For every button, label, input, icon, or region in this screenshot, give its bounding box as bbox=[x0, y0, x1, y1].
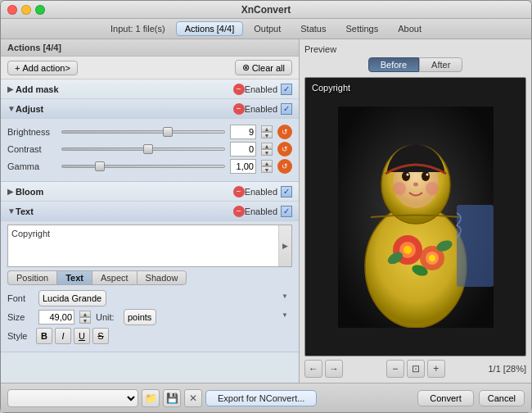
tab-actions[interactable]: Actions [4/4] bbox=[176, 21, 244, 36]
font-row: Font Lucida Grande bbox=[7, 290, 292, 306]
close-button[interactable] bbox=[7, 5, 17, 15]
style-underline-button[interactable]: U bbox=[74, 328, 90, 344]
brightness-slider[interactable] bbox=[61, 130, 225, 134]
gamma-stepper[interactable]: ▲ ▼ bbox=[261, 160, 273, 173]
size-up[interactable]: ▲ bbox=[79, 311, 91, 317]
action-row-adjust: ▼ Adjust − Enabled bbox=[1, 99, 299, 119]
enabled-checkbox-addmask[interactable] bbox=[281, 84, 292, 95]
gamma-down[interactable]: ▼ bbox=[261, 166, 273, 173]
zoom-in-button[interactable]: + bbox=[427, 360, 445, 378]
add-action-button[interactable]: + Add action> bbox=[7, 61, 78, 75]
enabled-checkbox-bloom[interactable] bbox=[281, 186, 292, 197]
folder-icon-button[interactable]: 📁 bbox=[142, 389, 160, 407]
contrast-reset[interactable]: ↺ bbox=[277, 142, 292, 157]
unit-select[interactable]: points bbox=[124, 309, 156, 325]
tab-input[interactable]: Input: 1 file(s) bbox=[101, 21, 174, 36]
size-row: Size ▲ ▼ Unit: points bbox=[7, 309, 292, 325]
remove-addmask-button[interactable]: − bbox=[233, 84, 245, 95]
text-area-wrapper: Copyright ▶ bbox=[7, 225, 292, 267]
action-row-text: ▼ Text − Enabled bbox=[1, 202, 299, 221]
gamma-label: Gamma bbox=[7, 161, 56, 171]
bottom-right: Convert Cancel bbox=[417, 390, 525, 406]
tab-status[interactable]: Status bbox=[291, 21, 335, 36]
brightness-reset[interactable]: ↺ bbox=[277, 125, 292, 139]
preview-before-button[interactable]: Before bbox=[368, 57, 419, 72]
font-label: Font bbox=[7, 293, 34, 303]
preview-copyright-text: Copyright bbox=[312, 83, 350, 93]
preview-label: Preview bbox=[304, 44, 526, 54]
brightness-value[interactable] bbox=[230, 125, 256, 139]
brightness-down[interactable]: ▼ bbox=[261, 132, 273, 138]
clear-all-button[interactable]: ⊗ Clear all bbox=[235, 60, 292, 75]
remove-text-button[interactable]: − bbox=[233, 206, 245, 217]
export-button[interactable]: Export for NConvert... bbox=[205, 390, 317, 406]
enabled-checkbox-text[interactable] bbox=[281, 206, 292, 217]
style-row: Style B I U S bbox=[7, 328, 292, 344]
action-row-addmask: ▶ Add mask − Enabled bbox=[1, 79, 299, 99]
subtab-aspect[interactable]: Aspect bbox=[92, 270, 137, 285]
contrast-thumb[interactable] bbox=[143, 144, 153, 154]
enabled-checkbox-adjust[interactable] bbox=[281, 103, 292, 115]
contrast-down[interactable]: ▼ bbox=[261, 149, 273, 156]
subtab-text[interactable]: Text bbox=[56, 270, 92, 285]
gamma-up[interactable]: ▲ bbox=[261, 160, 273, 166]
expand-arrow-addmask[interactable]: ▶ bbox=[7, 84, 16, 93]
expand-arrow-adjust[interactable]: ▼ bbox=[7, 104, 16, 113]
svg-point-7 bbox=[426, 173, 428, 175]
contrast-slider[interactable] bbox=[61, 148, 225, 151]
preview-after-button[interactable]: After bbox=[419, 57, 462, 72]
size-stepper[interactable]: ▲ ▼ bbox=[79, 311, 91, 324]
contrast-label: Contrast bbox=[7, 144, 56, 154]
preview-prev-button[interactable]: ← bbox=[304, 360, 322, 378]
subtab-position[interactable]: Position bbox=[7, 270, 56, 285]
tab-output[interactable]: Output bbox=[245, 21, 290, 36]
save-icon-button[interactable]: 💾 bbox=[163, 389, 181, 407]
gamma-reset[interactable]: ↺ bbox=[277, 159, 292, 174]
style-italic-button[interactable]: I bbox=[55, 328, 71, 344]
preview-nav-left[interactable]: ▶ bbox=[304, 207, 305, 227]
size-value[interactable] bbox=[38, 310, 74, 324]
zoom-fit-button[interactable]: ⊡ bbox=[407, 360, 425, 378]
minimize-button[interactable] bbox=[21, 5, 31, 15]
brightness-up[interactable]: ▲ bbox=[261, 125, 273, 132]
style-label: Style bbox=[7, 331, 34, 341]
style-strikethrough-button[interactable]: S bbox=[92, 328, 109, 344]
delete-icon-button[interactable]: ✕ bbox=[184, 389, 202, 407]
unit-label: Unit: bbox=[96, 312, 119, 322]
expand-arrow-bloom[interactable]: ▶ bbox=[7, 187, 16, 196]
gamma-value[interactable] bbox=[230, 159, 256, 174]
gamma-thumb[interactable] bbox=[95, 161, 105, 171]
zoom-out-button[interactable]: − bbox=[386, 360, 404, 378]
preview-toggle: Before After bbox=[304, 57, 526, 72]
contrast-value[interactable] bbox=[230, 142, 256, 157]
svg-point-4 bbox=[402, 171, 410, 181]
size-down[interactable]: ▼ bbox=[79, 317, 91, 324]
gamma-slider[interactable] bbox=[61, 165, 225, 168]
gamma-row: Gamma ▲ ▼ ↺ bbox=[7, 159, 292, 174]
style-bold-button[interactable]: B bbox=[36, 328, 52, 344]
brightness-label: Brightness bbox=[7, 127, 56, 137]
contrast-stepper[interactable]: ▲ ▼ bbox=[261, 143, 273, 156]
brightness-stepper[interactable]: ▲ ▼ bbox=[261, 125, 273, 138]
enabled-label-text: Enabled bbox=[245, 206, 277, 216]
maximize-button[interactable] bbox=[35, 5, 45, 15]
tab-about[interactable]: About bbox=[389, 21, 431, 36]
contrast-row: Contrast ▲ ▼ ↺ bbox=[7, 142, 292, 157]
folder-select[interactable] bbox=[7, 389, 138, 407]
text-area-input[interactable]: Copyright bbox=[8, 225, 278, 266]
expand-arrow-text[interactable]: ▼ bbox=[7, 206, 16, 216]
preview-next-button[interactable]: → bbox=[325, 360, 343, 378]
font-select-wrapper: Lucida Grande bbox=[38, 290, 292, 306]
cancel-button[interactable]: Cancel bbox=[479, 390, 525, 406]
convert-button[interactable]: Convert bbox=[417, 390, 474, 406]
subtab-shadow[interactable]: Shadow bbox=[137, 270, 187, 285]
tab-settings[interactable]: Settings bbox=[336, 21, 387, 36]
text-area-scroll[interactable]: ▶ bbox=[278, 225, 291, 266]
remove-bloom-button[interactable]: − bbox=[233, 186, 245, 197]
contrast-up[interactable]: ▲ bbox=[261, 143, 273, 149]
preview-toolbar: ← → − ⊡ + 1/1 [28%] bbox=[304, 360, 526, 378]
remove-adjust-button[interactable]: − bbox=[233, 103, 245, 115]
brightness-thumb[interactable] bbox=[163, 127, 173, 137]
plus-icon: + bbox=[15, 63, 20, 73]
font-select[interactable]: Lucida Grande bbox=[38, 290, 106, 306]
